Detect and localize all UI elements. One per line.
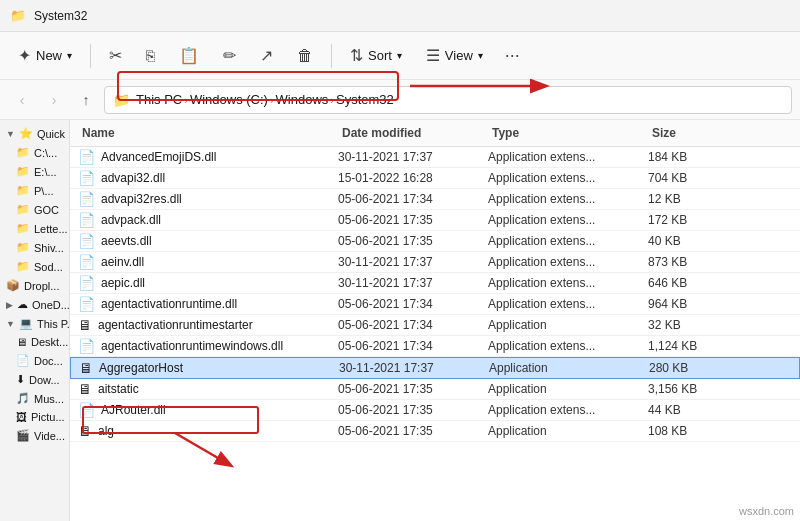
file-row[interactable]: 📄 advapi32.dll 15-01-2022 16:28 Applicat…	[70, 168, 800, 189]
cut-button[interactable]: ✂	[99, 41, 132, 70]
sort-label: Sort	[368, 48, 392, 63]
sidebar-item-thispc[interactable]: ▼ 💻 This P...	[0, 314, 69, 333]
sidebar-item-p[interactable]: 📁 P\...	[0, 181, 69, 200]
path-sep-2: ›	[270, 94, 274, 106]
paste-button[interactable]: 📋	[169, 41, 209, 70]
file-row[interactable]: 🖥 alg 05-06-2021 17:35 Application 108 K…	[70, 421, 800, 442]
sidebar-item-c[interactable]: 📁 C:\...	[0, 143, 69, 162]
file-row[interactable]: 📄 aeinv.dll 30-11-2021 17:37 Application…	[70, 252, 800, 273]
sidebar-item-goc[interactable]: 📁 GOC	[0, 200, 69, 219]
file-row[interactable]: 📄 AJRouter.dll 05-06-2021 17:35 Applicat…	[70, 400, 800, 421]
toolbar-sep-2	[331, 44, 332, 68]
title-text: System32	[34, 9, 87, 23]
file-row[interactable]: 🖥 agentactivationruntimestarter 05-06-20…	[70, 315, 800, 336]
view-icon: ☰	[426, 46, 440, 65]
view-label: View	[445, 48, 473, 63]
sidebar-item-quick[interactable]: ▼ ⭐ Quick	[0, 124, 69, 143]
file-icon: 📄	[78, 275, 95, 291]
docs-icon: 📄	[16, 354, 30, 367]
file-row[interactable]: 📄 aeevts.dll 05-06-2021 17:35 Applicatio…	[70, 231, 800, 252]
sidebar-thispc-label: This P...	[37, 318, 69, 330]
file-row[interactable]: 🖥 AggregatorHost 30-11-2021 17:37 Applic…	[70, 357, 800, 379]
file-size: 108 KB	[648, 424, 728, 438]
file-name: agentactivationruntimewindows.dll	[101, 339, 283, 353]
copy-button[interactable]: ⎘	[136, 42, 165, 69]
path-item-system32[interactable]: System32	[336, 92, 394, 107]
delete-button[interactable]: 🗑	[287, 42, 323, 70]
sidebar-item-desktop[interactable]: 🖥 Deskt...	[0, 333, 69, 351]
file-row[interactable]: 🖥 aitstatic 05-06-2021 17:35 Application…	[70, 379, 800, 400]
rename-button[interactable]: ✏	[213, 41, 246, 70]
up-button[interactable]: ↑	[72, 86, 100, 114]
path-item-windows[interactable]: Windows	[276, 92, 329, 107]
file-name-cell: 🖥 AggregatorHost	[79, 360, 339, 376]
c-folder-icon: 📁	[16, 146, 30, 159]
paste-icon: 📋	[179, 46, 199, 65]
file-name-cell: 📄 advapi32.dll	[78, 170, 338, 186]
file-row[interactable]: 📄 aepic.dll 30-11-2021 17:37 Application…	[70, 273, 800, 294]
file-size: 873 KB	[648, 255, 728, 269]
share-button[interactable]: ↗	[250, 41, 283, 70]
sidebar-item-e[interactable]: 📁 E:\...	[0, 162, 69, 181]
downloads-icon: ⬇	[16, 373, 25, 386]
sidebar-item-music[interactable]: 🎵 Mus...	[0, 389, 69, 408]
address-bar: ‹ › ↑ 📁 This PC › Windows (C:) › Windows…	[0, 80, 800, 120]
forward-button[interactable]: ›	[40, 86, 68, 114]
file-row[interactable]: 📄 advapi32res.dll 05-06-2021 17:34 Appli…	[70, 189, 800, 210]
file-date: 05-06-2021 17:34	[338, 318, 488, 332]
new-button[interactable]: ✦ New ▾	[8, 41, 82, 70]
file-date: 05-06-2021 17:34	[338, 192, 488, 206]
e-folder-icon: 📁	[16, 165, 30, 178]
more-button[interactable]: ···	[497, 40, 528, 71]
file-date: 05-06-2021 17:35	[338, 234, 488, 248]
sidebar-lette-label: Lette...	[34, 223, 68, 235]
file-icon: 🖥	[78, 317, 92, 333]
file-row[interactable]: 📄 advpack.dll 05-06-2021 17:35 Applicati…	[70, 210, 800, 231]
sidebar-item-docs[interactable]: 📄 Doc...	[0, 351, 69, 370]
sidebar-item-videos[interactable]: 🎬 Vide...	[0, 426, 69, 445]
file-icon: 📄	[78, 296, 95, 312]
sidebar-item-onedrive[interactable]: ▶ ☁ OneD...	[0, 295, 69, 314]
path-sep-1: ›	[184, 94, 188, 106]
address-path[interactable]: 📁 This PC › Windows (C:) › Windows › Sys…	[104, 86, 792, 114]
file-name: aeevts.dll	[101, 234, 152, 248]
file-row[interactable]: 📄 agentactivationruntime.dll 05-06-2021 …	[70, 294, 800, 315]
file-name: advapi32.dll	[101, 171, 165, 185]
view-button[interactable]: ☰ View ▾	[416, 41, 493, 70]
file-name-cell: 📄 aepic.dll	[78, 275, 338, 291]
file-type: Application extens...	[488, 255, 648, 269]
file-name-cell: 📄 AdvancedEmojiDS.dll	[78, 149, 338, 165]
file-size: 184 KB	[648, 150, 728, 164]
back-button[interactable]: ‹	[8, 86, 36, 114]
file-icon: 📄	[78, 233, 95, 249]
sidebar-item-lette[interactable]: 📁 Lette...	[0, 219, 69, 238]
sidebar-item-sod[interactable]: 📁 Sod...	[0, 257, 69, 276]
sort-button[interactable]: ⇅ Sort ▾	[340, 41, 412, 70]
new-label: New	[36, 48, 62, 63]
file-date: 30-11-2021 17:37	[338, 150, 488, 164]
file-type: Application extens...	[488, 276, 648, 290]
sidebar-item-dropbox[interactable]: 📦 Dropl...	[0, 276, 69, 295]
onedrive-expand-icon: ▶	[6, 300, 13, 310]
path-item-windows-c[interactable]: Windows (C:)	[190, 92, 268, 107]
delete-icon: 🗑	[297, 47, 313, 65]
new-icon: ✦	[18, 46, 31, 65]
file-type: Application	[488, 382, 648, 396]
sidebar-item-pictures[interactable]: 🖼 Pictu...	[0, 408, 69, 426]
file-type: Application extens...	[488, 150, 648, 164]
file-row[interactable]: 📄 AdvancedEmojiDS.dll 30-11-2021 17:37 A…	[70, 147, 800, 168]
file-row[interactable]: 📄 agentactivationruntimewindows.dll 05-0…	[70, 336, 800, 357]
sidebar-sod-label: Sod...	[34, 261, 63, 273]
sidebar-c-label: C:\...	[34, 147, 57, 159]
sidebar-item-shiv[interactable]: 📁 Shiv...	[0, 238, 69, 257]
path-item-thispc[interactable]: This PC	[136, 92, 182, 107]
file-name: advpack.dll	[101, 213, 161, 227]
sidebar-item-downloads[interactable]: ⬇ Dow...	[0, 370, 69, 389]
file-name: AggregatorHost	[99, 361, 183, 375]
sidebar: ▼ ⭐ Quick 📁 C:\... 📁 E:\... 📁 P\... 📁 GO…	[0, 120, 70, 521]
title-bar: 📁 System32	[0, 0, 800, 32]
file-type: Application extens...	[488, 234, 648, 248]
file-date: 05-06-2021 17:34	[338, 297, 488, 311]
file-type: Application extens...	[488, 297, 648, 311]
file-size: 32 KB	[648, 318, 728, 332]
